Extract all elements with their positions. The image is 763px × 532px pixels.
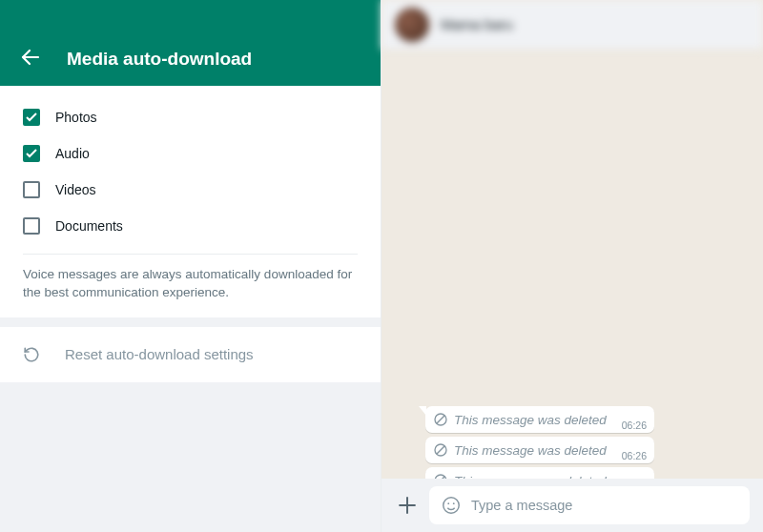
refresh-icon	[23, 346, 40, 363]
message-input[interactable]	[471, 498, 738, 513]
checkbox-icon	[23, 145, 40, 162]
chat-panel: Mama baru This message was deleted 06:26…	[382, 0, 763, 532]
option-label: Videos	[55, 182, 96, 197]
option-photos[interactable]: Photos	[23, 99, 358, 135]
checkbox-icon	[23, 181, 40, 198]
prohibited-icon	[433, 442, 448, 458]
chat-name: Mama baru	[441, 16, 513, 32]
reset-button[interactable]: Reset auto-download settings	[0, 327, 381, 382]
message-text: This message was deleted	[454, 413, 607, 427]
option-label: Documents	[55, 218, 123, 234]
svg-point-13	[453, 502, 455, 504]
avatar	[395, 8, 429, 42]
options-block: Photos Audio Videos Documents Voice mess…	[0, 86, 381, 317]
message-time: 06:26	[622, 419, 647, 431]
app: Media auto-download Photos Audio Videos …	[0, 0, 763, 532]
input-box	[429, 486, 750, 524]
option-videos[interactable]: Videos	[23, 172, 358, 208]
message-bubble: This message was deleted 06:26	[425, 437, 654, 463]
checkbox-icon	[23, 217, 40, 235]
option-documents[interactable]: Documents	[23, 208, 358, 244]
svg-line-2	[437, 416, 444, 423]
message-time: 06:26	[622, 450, 647, 461]
message-bubble: This message was deleted 06:26	[425, 406, 654, 433]
settings-title: Media auto-download	[67, 49, 252, 70]
hint-text: Voice messages are always automatically …	[23, 266, 358, 302]
attach-button[interactable]	[395, 493, 420, 518]
emoji-button[interactable]	[441, 495, 462, 516]
settings-panel: Media auto-download Photos Audio Videos …	[0, 0, 382, 532]
plus-icon	[395, 493, 420, 518]
settings-header: Media auto-download	[0, 0, 381, 86]
back-button[interactable]	[19, 46, 42, 69]
svg-line-4	[437, 446, 444, 454]
checkbox-icon	[23, 109, 40, 126]
message-text: This message was deleted	[454, 443, 607, 458]
svg-point-11	[443, 498, 460, 514]
svg-point-12	[447, 502, 449, 504]
option-label: Photos	[55, 110, 97, 125]
chat-body: This message was deleted 06:26 This mess…	[382, 50, 763, 532]
arrow-left-icon	[19, 46, 42, 69]
reset-label: Reset auto-download settings	[65, 346, 254, 362]
chat-header[interactable]: Mama baru	[382, 0, 763, 50]
option-label: Audio	[55, 146, 90, 161]
emoji-icon	[441, 495, 462, 516]
prohibited-icon	[433, 412, 448, 427]
option-audio[interactable]: Audio	[23, 135, 358, 172]
composer	[382, 479, 763, 532]
divider	[23, 254, 358, 255]
